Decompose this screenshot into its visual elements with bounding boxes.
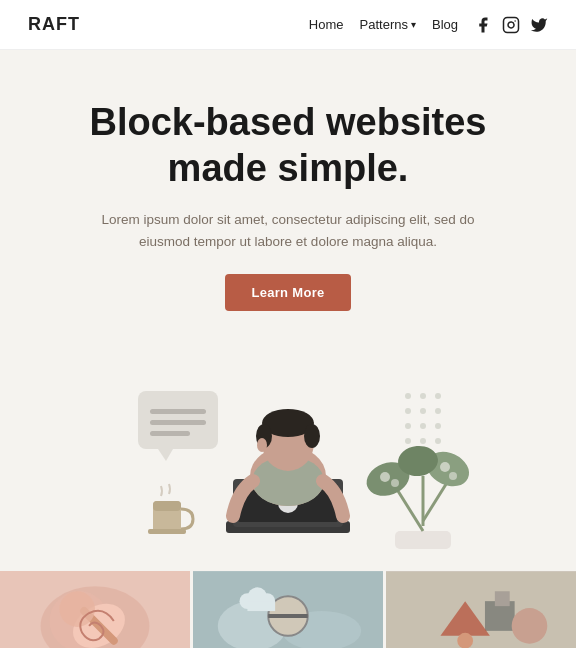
- svg-rect-15: [150, 409, 206, 414]
- svg-point-7: [435, 408, 441, 414]
- svg-rect-17: [150, 431, 190, 436]
- svg-point-3: [420, 393, 426, 399]
- svg-point-28: [391, 479, 399, 487]
- svg-rect-32: [153, 501, 181, 511]
- svg-point-12: [420, 438, 426, 444]
- nav-home[interactable]: Home: [309, 17, 344, 32]
- hero-subtitle: Lorem ipsum dolor sit amet, consectetur …: [98, 209, 478, 252]
- social-icons: [474, 16, 548, 34]
- svg-point-29: [440, 462, 450, 472]
- facebook-icon[interactable]: [474, 16, 492, 34]
- svg-point-27: [380, 472, 390, 482]
- svg-point-62: [512, 608, 548, 644]
- svg-point-9: [420, 423, 426, 429]
- nav-links: Home Patterns ▾ Blog: [309, 16, 548, 34]
- svg-point-30: [449, 472, 457, 480]
- svg-rect-16: [150, 420, 206, 425]
- svg-rect-59: [386, 572, 576, 648]
- svg-marker-18: [158, 449, 173, 461]
- site-logo[interactable]: RAFT: [28, 14, 80, 35]
- chevron-down-icon: ▾: [411, 19, 416, 30]
- svg-point-13: [435, 438, 441, 444]
- nav-blog[interactable]: Blog: [432, 17, 458, 32]
- svg-point-8: [405, 423, 411, 429]
- card-thumb-2[interactable]: [193, 571, 386, 648]
- svg-rect-33: [148, 529, 186, 534]
- svg-point-49: [59, 592, 95, 628]
- svg-rect-63: [495, 592, 510, 607]
- svg-point-5: [405, 408, 411, 414]
- svg-rect-20: [395, 531, 451, 549]
- navbar: RAFT Home Patterns ▾ Blog: [0, 0, 576, 50]
- svg-point-44: [257, 438, 267, 452]
- svg-point-2: [405, 393, 411, 399]
- svg-point-4: [435, 393, 441, 399]
- card-thumb-1[interactable]: [0, 571, 193, 648]
- illustration-area: [0, 331, 576, 571]
- svg-line-21: [398, 491, 423, 531]
- svg-point-6: [420, 408, 426, 414]
- svg-rect-0: [504, 17, 519, 32]
- nav-patterns[interactable]: Patterns ▾: [360, 17, 416, 32]
- svg-point-11: [405, 438, 411, 444]
- svg-point-10: [435, 423, 441, 429]
- card-thumb-3[interactable]: [386, 571, 576, 648]
- cards-row: [0, 571, 576, 648]
- svg-rect-58: [247, 602, 275, 612]
- learn-more-button[interactable]: Learn More: [225, 274, 350, 311]
- hero-illustration: [78, 361, 498, 571]
- svg-point-43: [304, 424, 320, 448]
- twitter-icon[interactable]: [530, 16, 548, 34]
- hero-title: Block-based websites made simple.: [60, 100, 516, 191]
- svg-line-22: [423, 481, 448, 521]
- hero-section: Block-based websites made simple. Lorem …: [0, 50, 576, 331]
- instagram-icon[interactable]: [502, 16, 520, 34]
